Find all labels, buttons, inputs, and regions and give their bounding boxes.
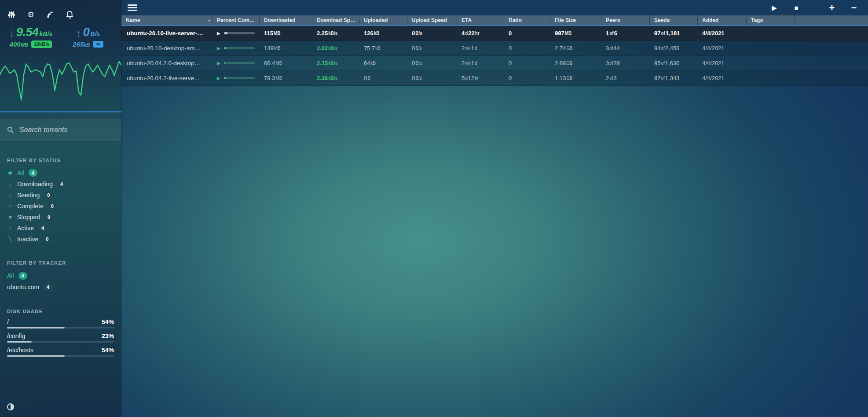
column-header-added[interactable]: Added bbox=[698, 15, 747, 25]
cell-tags bbox=[747, 56, 795, 70]
column-label: Uploaded bbox=[364, 17, 388, 23]
column-header-size[interactable]: File Size bbox=[550, 15, 601, 25]
seeding-icon: ↑ bbox=[7, 192, 13, 198]
filter-count-badge: 0 bbox=[44, 213, 53, 221]
toolbar-divider bbox=[814, 4, 814, 12]
status-filter-active[interactable]: ↕Active4 bbox=[7, 222, 114, 233]
menu-icon[interactable] bbox=[128, 4, 138, 11]
download-limit-badge[interactable]: 10kB/s bbox=[31, 41, 52, 48]
rss-feeds-icon[interactable] bbox=[46, 10, 55, 19]
filter-label: Complete bbox=[17, 203, 44, 210]
column-header-uploaded[interactable]: Uploaded bbox=[359, 15, 407, 25]
column-header-tags[interactable]: Tags bbox=[747, 15, 795, 25]
column-header-percent[interactable]: Percent Com… bbox=[212, 15, 260, 25]
status-filter-all[interactable]: ✱All4 bbox=[7, 167, 114, 178]
download-arrow-icon: ↓ bbox=[9, 27, 15, 40]
column-header-peers[interactable]: Peers bbox=[601, 15, 650, 25]
theme-toggle-contrast-icon[interactable] bbox=[7, 403, 15, 411]
download-summary: ↓ 9.54 kB/s 400MB 10kB/s bbox=[4, 26, 57, 53]
disk-usage-bar bbox=[7, 341, 114, 343]
cell-name: ubuntu-20.10-live-server-… bbox=[121, 26, 212, 41]
torrent-row[interactable]: ubuntu-20.10-desktop-am…▶139MB2.02kB/s75… bbox=[121, 41, 868, 56]
column-header-dl_speed[interactable]: Download Sp… bbox=[312, 15, 359, 25]
upload-summary: ↑ 0 B/s 265kB ∞ bbox=[62, 26, 114, 53]
upload-limit-badge[interactable]: ∞ bbox=[93, 41, 103, 48]
disk-usage-item: /54% bbox=[7, 318, 114, 328]
column-label: Downloaded bbox=[264, 17, 295, 23]
filter-label: Stopped bbox=[17, 214, 40, 221]
disk-usage-title: Disk Usage bbox=[7, 309, 114, 314]
tracker-filter-ubuntu.com[interactable]: ubuntu.com4 bbox=[7, 281, 114, 293]
notifications-bell-icon[interactable] bbox=[65, 10, 74, 19]
column-header-downloaded[interactable]: Downloaded bbox=[260, 15, 312, 25]
cell-seeds: 95 of 1,630 bbox=[650, 56, 698, 70]
filter-count-badge: 4 bbox=[29, 169, 37, 177]
filter-label: Active bbox=[17, 225, 34, 232]
cell-tags bbox=[747, 41, 795, 55]
sidebar-filters: Filter by Status ✱All4↓Downloading4↑Seed… bbox=[0, 142, 121, 361]
start-torrents-icon[interactable]: ▶ bbox=[770, 4, 779, 12]
cell-size: 1.13GB bbox=[550, 71, 601, 85]
upload-total: 265kB bbox=[73, 41, 90, 48]
transfer-summary: ↓ 9.54 kB/s 400MB 10kB/s ↑ 0 B/s 265kB ∞ bbox=[0, 21, 121, 53]
torrent-row[interactable]: ubuntu-20.10-live-server-…▶115MB2.25kB/s… bbox=[121, 26, 868, 41]
status-filter-inactive[interactable]: ╲Inactive0 bbox=[7, 233, 114, 244]
column-label: Upload Speed bbox=[412, 17, 447, 23]
upload-arrow-icon: ↑ bbox=[76, 27, 81, 40]
cell-name: ubuntu-20.04.2-live-serve… bbox=[121, 71, 212, 85]
download-rate: 9.54 bbox=[16, 26, 39, 39]
column-header-eta[interactable]: ETA bbox=[457, 15, 504, 25]
cell-uploaded: 0B bbox=[359, 71, 407, 85]
torrent-row[interactable]: ubuntu-20.04.2-live-serve…▶79.3MB2.36kB/… bbox=[121, 71, 868, 86]
filter-count-badge: 4 bbox=[18, 272, 27, 280]
cell-dl_speed: 2.25kB/s bbox=[312, 26, 359, 41]
disk-path: / bbox=[7, 318, 9, 325]
cell-ul_speed: 0B/s bbox=[407, 26, 457, 41]
cell-peers: 3 of 28 bbox=[601, 56, 650, 70]
column-header-ul_speed[interactable]: Upload Speed bbox=[407, 15, 457, 25]
column-label: File Size bbox=[555, 17, 576, 23]
cell-downloaded: 79.3MB bbox=[260, 71, 312, 85]
torrent-row[interactable]: ubuntu-20.04.2.0-desktop…▶66.4MB2.15kB/s… bbox=[121, 56, 868, 71]
settings-gear-icon[interactable]: ⚙ bbox=[26, 10, 35, 19]
downloading-state-icon: ▶ bbox=[217, 76, 220, 81]
status-filter-downloading[interactable]: ↓Downloading4 bbox=[7, 178, 114, 189]
cell-downloaded: 66.4MB bbox=[260, 56, 312, 70]
cell-added: 4/4/2021 bbox=[698, 26, 747, 41]
tracker-filter-all[interactable]: All4 bbox=[7, 270, 114, 281]
filter-label: Seeding bbox=[17, 192, 40, 199]
column-header-seeds[interactable]: Seeds bbox=[650, 15, 698, 25]
action-toolbar: ▶ ■ + − bbox=[121, 0, 868, 15]
upload-rate-unit: B/s bbox=[90, 30, 100, 37]
column-header-ratio[interactable]: Ratio bbox=[504, 15, 550, 25]
cell-peers: 2 of 3 bbox=[601, 71, 650, 85]
downloading-state-icon: ▶ bbox=[217, 31, 220, 36]
search-box bbox=[0, 118, 121, 142]
add-torrent-icon[interactable]: + bbox=[828, 4, 836, 12]
column-header-name[interactable]: Name▾ bbox=[121, 15, 212, 25]
column-label: Seeds bbox=[654, 17, 670, 23]
search-input[interactable] bbox=[19, 126, 114, 134]
cell-dl_speed: 2.15kB/s bbox=[312, 56, 359, 70]
filter-label: All bbox=[7, 272, 14, 279]
filter-label: All bbox=[17, 170, 24, 177]
speed-limits-icon[interactable] bbox=[7, 10, 16, 19]
remove-torrent-icon[interactable]: − bbox=[850, 4, 858, 12]
cell-eta: 2wk 1d bbox=[457, 41, 504, 55]
disk-usage-item: /etc/hosts54% bbox=[7, 347, 114, 357]
status-filter-complete[interactable]: ✓Complete0 bbox=[7, 200, 114, 211]
sidebar: ⚙ ↓ 9.54 kB/s 400MB 10kB/s ↑ 0 B/s bbox=[0, 0, 121, 417]
cell-uploaded: 75.7kB bbox=[359, 41, 407, 55]
column-label: Percent Com… bbox=[217, 17, 255, 23]
cell-name: ubuntu-20.10-desktop-am… bbox=[121, 41, 212, 55]
active-icon: ↕ bbox=[7, 225, 13, 231]
tracker-filter-list: All4ubuntu.com4 bbox=[7, 270, 114, 293]
stop-torrents-icon[interactable]: ■ bbox=[792, 4, 801, 12]
table-empty-area bbox=[121, 86, 868, 417]
status-filter-stopped[interactable]: ■Stopped0 bbox=[7, 211, 114, 222]
sidebar-toolbar: ⚙ bbox=[0, 0, 121, 21]
cell-ratio: 0 bbox=[504, 26, 550, 41]
column-label: Ratio bbox=[509, 17, 522, 23]
cell-tags bbox=[747, 26, 795, 41]
status-filter-seeding[interactable]: ↑Seeding0 bbox=[7, 189, 114, 200]
